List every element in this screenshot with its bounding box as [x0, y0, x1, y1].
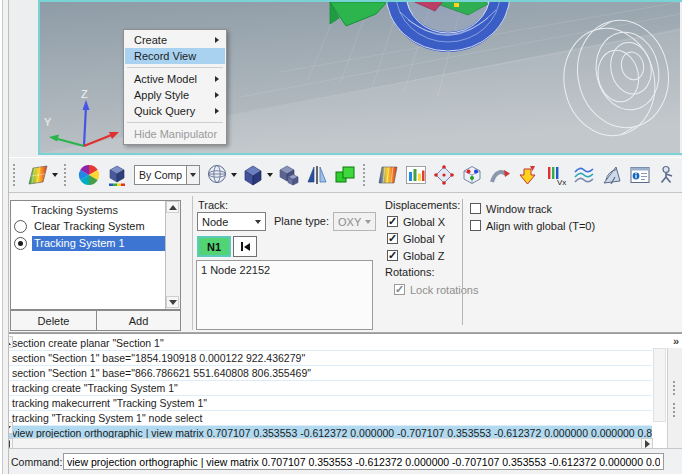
- tracking-panel: Tracking Systems Clear Tracking SystemTr…: [0, 193, 682, 333]
- chevron-down-icon[interactable]: [267, 173, 273, 177]
- color-by-value: By Comp: [134, 165, 186, 185]
- log-line[interactable]: tracking create "Tracking System 1": [9, 381, 652, 396]
- chevron-down-icon[interactable]: [186, 165, 200, 185]
- reset-collector-button[interactable]: [233, 236, 257, 257]
- tracking-systems-listbox[interactable]: Tracking Systems Clear Tracking SystemTr…: [10, 200, 181, 310]
- checkbox-label: Lock rotations: [410, 284, 478, 296]
- command-input[interactable]: [63, 453, 664, 470]
- menu-item-label: Active Model: [134, 73, 215, 85]
- entity-type-value: Node: [198, 216, 251, 228]
- streamlines-icon[interactable]: [571, 162, 597, 188]
- menu-item-label: Apply Style: [134, 89, 215, 101]
- chevron-down-icon[interactable]: [251, 213, 265, 230]
- axis-y-label: Y: [44, 116, 52, 128]
- log-line[interactable]: tracking makecurrent "Tracking System 1": [9, 396, 652, 411]
- color-by-select[interactable]: By Comp: [134, 165, 200, 185]
- chevron-down-icon: [361, 213, 375, 230]
- query-entity-icon[interactable]: [655, 162, 681, 188]
- deformed-shape-icon[interactable]: [487, 162, 513, 188]
- checkbox-icon[interactable]: [470, 220, 481, 231]
- checkbox-icon[interactable]: [470, 203, 481, 214]
- checkbox-align-with-global-t-0[interactable]: Align with global (T=0): [470, 217, 595, 234]
- entity-cubes-icon[interactable]: [276, 162, 302, 188]
- scroll-down-button[interactable]: [166, 296, 179, 308]
- notes-window-icon[interactable]: [627, 162, 653, 188]
- tracking-list-item[interactable]: Tracking System 1: [11, 235, 180, 252]
- radio-icon[interactable]: [14, 220, 27, 233]
- checkbox-lock-rotations[interactable]: ✓Lock rotations: [394, 281, 478, 298]
- log-line[interactable]: section "Section 1" base="1854.190918 0.…: [9, 351, 652, 366]
- checkbox-label: Global X: [403, 216, 445, 228]
- shaded-mode-icon[interactable]: [240, 162, 266, 188]
- log-vscrollbar[interactable]: [653, 348, 666, 422]
- log-line[interactable]: section create planar "Section 1": [9, 336, 652, 351]
- menu-item-apply-style[interactable]: Apply Style: [125, 87, 225, 103]
- contour-plot-icon[interactable]: [25, 162, 51, 188]
- application-window: Z Y CreateRecord ViewActive ModelApply S…: [0, 0, 682, 474]
- grip-dots-icon: [673, 403, 677, 417]
- context-menu: CreateRecord ViewActive ModelApply Style…: [123, 29, 227, 145]
- add-button[interactable]: Add: [96, 310, 181, 331]
- scroll-up-button[interactable]: [166, 201, 179, 213]
- tracking-list-item[interactable]: Clear Tracking System: [11, 218, 180, 235]
- contour-panel-icon[interactable]: [375, 162, 401, 188]
- panel-divider: [462, 199, 463, 325]
- checkbox-icon[interactable]: ✓: [387, 250, 398, 261]
- selected-nodes-list[interactable]: 1 Node 22152: [196, 260, 373, 330]
- menu-item-label: Create: [134, 34, 215, 46]
- chevron-down-icon[interactable]: [231, 173, 237, 177]
- overlap-squares-icon[interactable]: [332, 162, 358, 188]
- dock-edge[interactable]: [0, 0, 9, 474]
- legend-bars-icon[interactable]: [403, 162, 429, 188]
- section-triangles-icon[interactable]: [304, 162, 330, 188]
- checkbox-icon[interactable]: ✓: [387, 233, 398, 244]
- rgb-cube-icon[interactable]: [459, 162, 485, 188]
- viewport-left-margin: [9, 0, 38, 157]
- menu-item-label: Quick Query: [134, 105, 215, 117]
- delete-button[interactable]: Delete: [10, 310, 97, 331]
- toolbar-separator: [13, 164, 20, 186]
- graphics-viewport[interactable]: Z Y CreateRecord ViewActive ModelApply S…: [38, 0, 682, 155]
- wireframe-mode-icon[interactable]: [204, 162, 230, 188]
- toolbar-separator: [363, 164, 370, 186]
- options-checks: Window trackAlign with global (T=0): [470, 200, 595, 234]
- checkbox-icon[interactable]: ✓: [394, 284, 405, 295]
- checkbox-label: Global Z: [403, 250, 445, 262]
- toolbar: By Comp: [0, 157, 682, 193]
- menu-item-quick-query[interactable]: Quick Query: [125, 103, 225, 119]
- lock-rotations-check: ✓Lock rotations: [394, 281, 478, 298]
- chevron-more-icon[interactable]: »: [673, 335, 679, 347]
- checkbox-global-x[interactable]: ✓Global X: [387, 213, 445, 230]
- checkbox-window-track[interactable]: Window track: [470, 200, 595, 217]
- menu-item-label: Hide Manipulator: [134, 128, 219, 140]
- entity-type-select[interactable]: Node: [197, 212, 266, 231]
- radar-dish-icon[interactable]: [599, 162, 625, 188]
- measure-diamond-icon[interactable]: [431, 162, 457, 188]
- list-scrollbar[interactable]: [165, 201, 180, 309]
- command-log: section create planar "Section 1"section…: [0, 333, 682, 448]
- menu-item-active-model[interactable]: Active Model: [125, 71, 225, 87]
- viewport-row: Z Y CreateRecord ViewActive ModelApply S…: [0, 0, 682, 157]
- node-collector-button[interactable]: N1: [197, 236, 231, 257]
- vector-plot-icon[interactable]: [543, 162, 569, 188]
- toolbar-separator: [64, 164, 71, 186]
- command-label: Command:: [11, 456, 62, 468]
- log-side-handle[interactable]: [667, 348, 682, 449]
- radio-icon[interactable]: [14, 237, 27, 250]
- menu-separator: [127, 122, 223, 123]
- log-line[interactable]: section "Section 1" base="866.786621 551…: [9, 366, 652, 381]
- checkbox-global-z[interactable]: ✓Global Z: [387, 247, 445, 264]
- checkbox-label: Global Y: [403, 233, 445, 245]
- chevron-down-icon[interactable]: [52, 173, 58, 177]
- log-line[interactable]: tracking "Tracking System 1" node select: [9, 411, 652, 426]
- menu-item-record-view[interactable]: Record View: [125, 48, 225, 64]
- menu-item-hide-manipulator[interactable]: Hide Manipulator: [125, 126, 225, 142]
- checkbox-label: Window track: [486, 203, 552, 215]
- track-label: Track:: [198, 199, 228, 211]
- apply-load-icon[interactable]: [515, 162, 541, 188]
- checkbox-icon[interactable]: ✓: [387, 216, 398, 227]
- color-wheel-icon[interactable]: [76, 162, 102, 188]
- component-colors-icon[interactable]: [104, 162, 130, 188]
- menu-item-create[interactable]: Create: [125, 32, 225, 48]
- checkbox-global-y[interactable]: ✓Global Y: [387, 230, 445, 247]
